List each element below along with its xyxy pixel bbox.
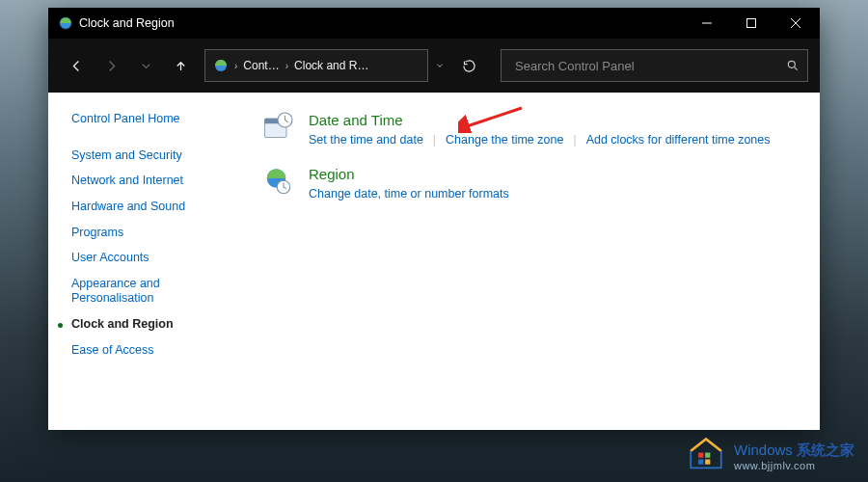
svg-point-4 [788,61,795,67]
separator: | [433,133,436,147]
maximize-button[interactable] [729,8,773,39]
category-link-1-0[interactable]: Change date, time or number formats [309,187,509,201]
breadcrumb[interactable]: › Cont… › Clock and R… [204,49,428,82]
search-input[interactable] [513,58,786,74]
svg-rect-13 [705,460,710,465]
titlebar: Clock and Region [48,8,820,39]
back-button[interactable] [60,49,93,82]
sidebar-item-7[interactable]: Ease of Access [71,343,231,359]
recent-dropdown[interactable] [129,49,162,82]
control-panel-window: Clock and Region [48,8,820,430]
chevron-right-icon: › [234,61,237,71]
search-box[interactable] [501,49,808,82]
search-icon [786,59,800,72]
up-button[interactable] [164,49,197,82]
svg-rect-12 [698,460,703,465]
category-title-1[interactable]: Region [309,166,355,183]
refresh-button[interactable] [452,49,485,82]
nav-toolbar: › Cont… › Clock and R… [48,39,820,93]
category-title-0[interactable]: Date and Time [309,112,403,129]
watermark-logo-icon [686,436,726,476]
region-icon [260,164,295,199]
category-link-0-1[interactable]: Change the time zone [446,133,563,147]
chevron-right-icon: › [285,61,288,71]
svg-rect-11 [705,453,710,458]
category-link-0-0[interactable]: Set the time and date [309,133,423,147]
breadcrumb-seg-1[interactable]: Clock and R… [294,59,368,72]
sidebar: Control Panel Home System and SecurityNe… [48,93,241,430]
forward-button[interactable] [95,49,127,82]
sidebar-item-3[interactable]: Programs [71,226,231,241]
content-area: Control Panel Home System and SecurityNe… [48,93,820,430]
svg-rect-10 [698,453,703,458]
sidebar-item-0[interactable]: System and Security [71,148,231,164]
control-panel-icon [213,58,229,73]
date-time-icon [260,110,295,145]
sidebar-item-5[interactable]: Appearance and Personalisation [71,277,231,307]
category-0: Date and TimeSet the time and date|Chang… [260,110,800,147]
sidebar-item-4[interactable]: User Accounts [71,251,231,266]
watermark-text-1a: Windows [734,442,793,458]
breadcrumb-seg-0[interactable]: Cont… [243,59,279,72]
clock-region-icon [58,15,73,31]
breadcrumb-dropdown[interactable] [429,49,450,82]
window-title: Clock and Region [79,16,175,30]
category-link-0-2[interactable]: Add clocks for different time zones [586,133,771,147]
watermark-text-1b: 系统之家 [797,442,854,458]
separator: | [573,133,576,147]
sidebar-item-1[interactable]: Network and Internet [71,174,231,189]
sidebar-item-6[interactable]: Clock and Region [71,317,231,333]
minimize-button[interactable] [685,8,729,39]
sidebar-home[interactable]: Control Panel Home [71,112,231,127]
svg-rect-2 [747,19,756,28]
close-button[interactable] [773,8,818,39]
category-1: RegionChange date, time or number format… [260,164,800,201]
main-panel: Date and TimeSet the time and date|Chang… [241,93,820,430]
watermark-text-2: www.bjjmlv.com [734,460,854,471]
sidebar-item-2[interactable]: Hardware and Sound [71,200,231,215]
watermark: Windows 系统之家 www.bjjmlv.com [686,436,854,476]
